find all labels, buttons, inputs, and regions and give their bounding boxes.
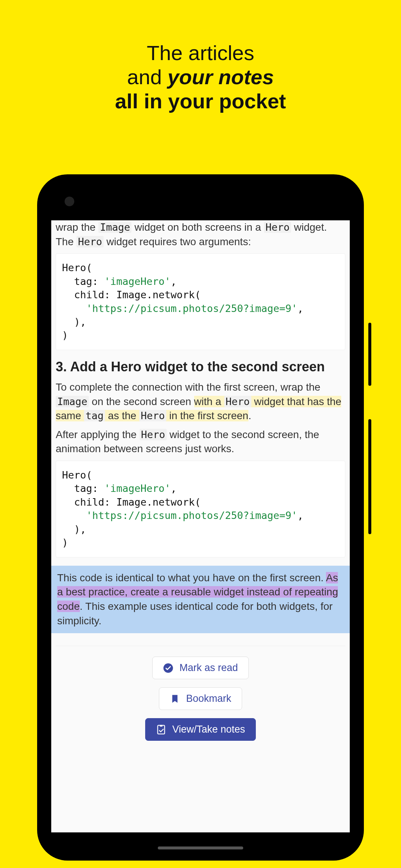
phone-camera: [65, 197, 74, 206]
info-box: This code is identical to what you have …: [51, 566, 350, 634]
code-inline: Hero: [140, 429, 167, 440]
code-inline: Hero: [264, 221, 291, 233]
promo-line-3: all in your pocket: [0, 89, 401, 113]
svg-rect-2: [160, 725, 162, 727]
action-bar: Mark as read Bookmark View/Take notes: [56, 646, 345, 741]
button-label: Mark as read: [179, 662, 238, 674]
promo-line-2: and your notes: [0, 65, 401, 89]
article-content: wrap the Image widget on both screens in…: [51, 220, 350, 741]
view-take-notes-button[interactable]: View/Take notes: [145, 718, 256, 741]
promo-line-1: The articles: [0, 41, 401, 65]
bookmark-icon: [170, 694, 180, 704]
mark-as-read-button[interactable]: Mark as read: [152, 657, 249, 679]
code-block: Hero( tag: 'imageHero', child: Image.net…: [56, 461, 345, 558]
code-inline: tag: [84, 410, 105, 421]
code-inline: Hero: [76, 236, 104, 247]
phone-side-button: [368, 419, 371, 534]
button-label: Bookmark: [186, 693, 231, 704]
promo-header: The articles and your notes all in your …: [0, 0, 401, 113]
phone-side-button: [368, 323, 371, 386]
section-heading: 3. Add a Hero widget to the second scree…: [56, 358, 345, 375]
app-screen: wrap the Image widget on both screens in…: [51, 220, 350, 832]
article-paragraph: wrap the Image widget on both screens in…: [56, 220, 345, 249]
bookmark-button[interactable]: Bookmark: [159, 687, 242, 710]
article-paragraph: After applying the Hero widget to the se…: [56, 428, 345, 456]
code-inline: Image: [98, 221, 131, 233]
code-inline: Hero: [224, 396, 251, 407]
phone-frame: wrap the Image widget on both screens in…: [37, 174, 364, 861]
check-circle-icon: [163, 663, 173, 673]
article-paragraph: To complete the connection with the firs…: [56, 380, 345, 423]
code-block: Hero( tag: 'imageHero', child: Image.net…: [56, 253, 345, 350]
button-label: View/Take notes: [172, 724, 245, 735]
code-inline: Hero: [139, 410, 166, 421]
code-inline: Image: [56, 396, 89, 407]
notes-icon: [156, 724, 166, 735]
home-indicator: [158, 846, 243, 849]
svg-rect-1: [158, 725, 165, 734]
